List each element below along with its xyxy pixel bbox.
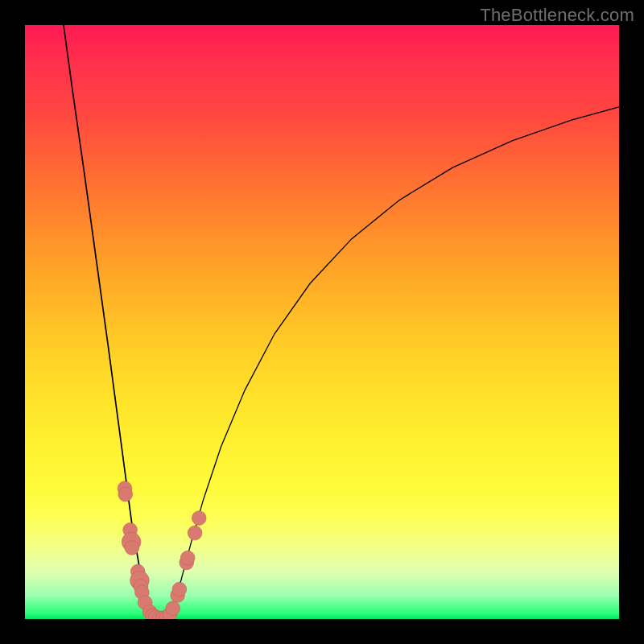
curve-left — [64, 25, 154, 619]
data-marker — [125, 541, 139, 555]
marker-group — [118, 481, 206, 619]
chart-plot-area — [25, 25, 619, 619]
chart-svg — [25, 25, 619, 619]
data-marker — [192, 511, 206, 526]
data-marker — [188, 526, 202, 540]
data-marker — [166, 601, 180, 616]
data-marker — [118, 487, 133, 502]
data-marker — [180, 551, 195, 565]
data-marker — [172, 582, 187, 597]
watermark-text: TheBottleneck.com — [480, 5, 634, 26]
chart-frame: TheBottleneck.com — [0, 0, 644, 644]
curve-right — [170, 107, 619, 619]
